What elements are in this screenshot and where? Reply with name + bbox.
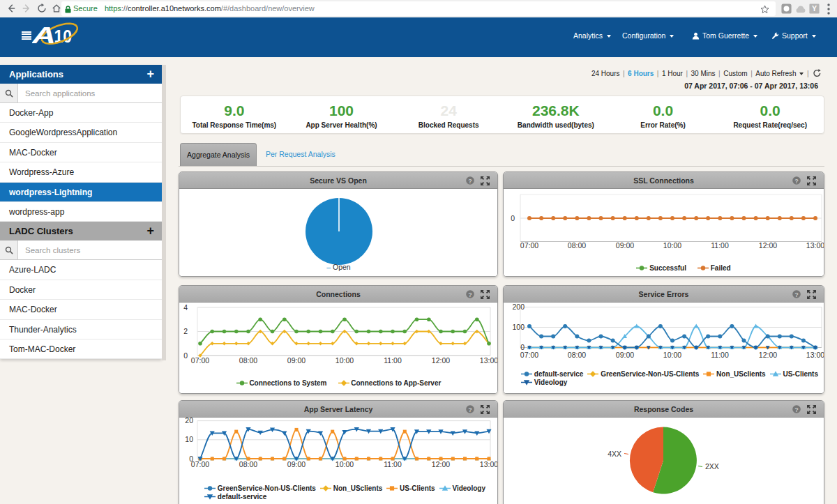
- svg-text:10:00: 10:00: [663, 351, 681, 359]
- svg-text:12:00: 12:00: [759, 351, 777, 359]
- svg-text:09:00: 09:00: [287, 460, 306, 468]
- svg-text:08:00: 08:00: [239, 460, 257, 468]
- svg-text:12:00: 12:00: [432, 460, 450, 468]
- svg-text:10:00: 10:00: [663, 241, 681, 250]
- svg-text:09:00: 09:00: [287, 356, 306, 365]
- svg-text:20: 20: [185, 418, 193, 425]
- svg-text:0: 0: [520, 343, 525, 351]
- svg-text:4XX: 4XX: [608, 450, 621, 458]
- svg-text:07:00: 07:00: [520, 351, 538, 359]
- svg-text:08:00: 08:00: [568, 351, 586, 359]
- svg-text:12:00: 12:00: [432, 356, 450, 365]
- svg-text:?: ?: [794, 178, 799, 185]
- svg-text:A: A: [32, 23, 56, 49]
- svg-text:100: 100: [512, 323, 525, 331]
- svg-text:07:00: 07:00: [191, 460, 209, 468]
- svg-text:13:00: 13:00: [806, 351, 824, 359]
- svg-text:11:00: 11:00: [711, 351, 729, 359]
- svg-text:12:00: 12:00: [759, 241, 777, 250]
- svg-text:09:00: 09:00: [616, 351, 634, 359]
- svg-text:Y: Y: [812, 4, 817, 13]
- svg-text:?: ?: [794, 291, 799, 298]
- svg-text:07:00: 07:00: [520, 241, 538, 250]
- svg-text:2XX: 2XX: [705, 462, 719, 471]
- svg-text:13:00: 13:00: [806, 241, 824, 250]
- svg-text:4: 4: [183, 303, 188, 312]
- svg-text:200: 200: [512, 303, 525, 311]
- svg-text:10: 10: [185, 435, 193, 443]
- svg-text:13:00: 13:00: [480, 460, 498, 468]
- svg-text:11:00: 11:00: [711, 241, 729, 250]
- svg-text:2: 2: [183, 327, 188, 335]
- svg-text:08:00: 08:00: [239, 356, 257, 365]
- svg-text:?: ?: [468, 406, 472, 413]
- svg-text:?: ?: [794, 406, 799, 413]
- svg-text:0: 0: [189, 455, 193, 463]
- svg-text:13:00: 13:00: [480, 356, 498, 365]
- svg-text:08:00: 08:00: [568, 241, 586, 250]
- svg-text:0: 0: [183, 351, 188, 360]
- svg-text:?: ?: [468, 291, 472, 298]
- svg-text:11:00: 11:00: [384, 356, 402, 365]
- svg-text:?: ?: [468, 178, 472, 185]
- svg-text:10:00: 10:00: [335, 460, 354, 468]
- svg-text:0: 0: [511, 214, 515, 222]
- svg-text:07:00: 07:00: [191, 356, 209, 365]
- svg-text:09:00: 09:00: [616, 241, 634, 250]
- svg-text:10:00: 10:00: [335, 356, 354, 365]
- svg-text:11:00: 11:00: [384, 460, 402, 468]
